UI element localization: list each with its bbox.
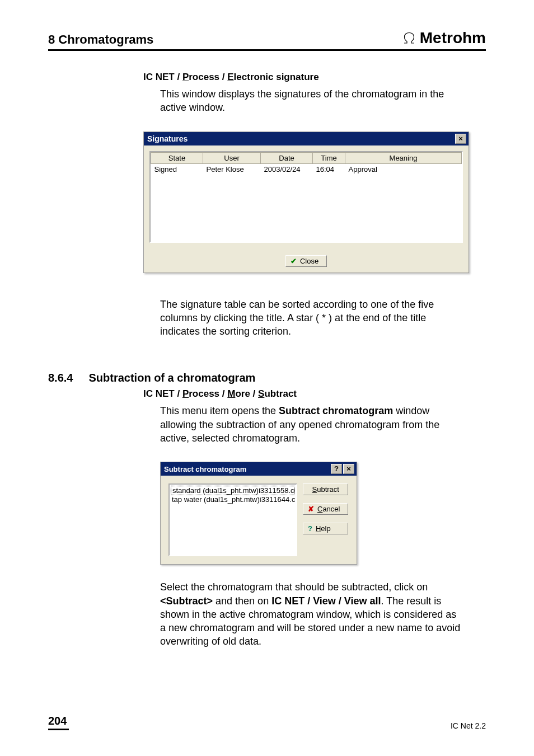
- table-header-row[interactable]: State User Date Time Meaning: [151, 152, 462, 163]
- col-user[interactable]: User: [203, 152, 261, 163]
- chapter-title: 8 Chromatograms: [48, 32, 153, 47]
- sorting-paragraph: The signature table can be sorted accord…: [160, 298, 462, 339]
- window-title: Signatures: [147, 134, 188, 143]
- result-paragraph: Select the chromatogram that should be s…: [160, 580, 462, 648]
- cancel-button[interactable]: ✘ Cancel: [303, 503, 348, 515]
- x-icon: ✘: [308, 505, 314, 513]
- breadcrumb-subtract: IC NET / Process / More / Subtract: [143, 388, 457, 401]
- section-heading: 8.6.4 Subtraction of a chromatogram: [48, 372, 486, 384]
- close-button[interactable]: ✔ Close: [285, 255, 327, 267]
- subtract-button[interactable]: Subtract: [303, 483, 348, 495]
- close-icon[interactable]: ×: [455, 134, 466, 144]
- intro-text: This window displays the signatures of t…: [160, 87, 457, 115]
- col-date[interactable]: Date: [261, 152, 313, 163]
- table-row[interactable]: Signed Peter Klose 2003/02/24 16:04 Appr…: [151, 163, 462, 175]
- signatures-table: State User Date Time Meaning Signed Pete…: [149, 151, 463, 243]
- product-name: IC Net 2.2: [451, 721, 486, 730]
- signatures-titlebar[interactable]: Signatures ×: [144, 132, 469, 145]
- signatures-window: Signatures × State User Date Time Meanin…: [143, 132, 469, 273]
- question-icon: ?: [308, 524, 312, 533]
- page-number: 204: [48, 715, 69, 730]
- page-header: 8 Chromatograms Metrohm: [48, 29, 486, 51]
- subtract-intro: This menu item opens the Subtract chroma…: [160, 404, 457, 445]
- close-icon[interactable]: ×: [343, 464, 354, 474]
- page-footer: 204 IC Net 2.2: [48, 715, 486, 730]
- chromatogram-list[interactable]: standard (dual1s_pht.mtw)i3311558.c tap …: [168, 483, 297, 556]
- col-time[interactable]: Time: [313, 152, 345, 163]
- window-title: Subtract chromatogram: [164, 465, 246, 473]
- breadcrumb-signatures: IC NET / Process / Electronic signature: [143, 71, 457, 84]
- list-item[interactable]: tap water (dual1s_pht.mtw)i3311644.c: [171, 495, 295, 504]
- brand-logo: Metrohm: [402, 29, 486, 47]
- col-meaning[interactable]: Meaning: [345, 152, 462, 163]
- section-title: Subtraction of a chromatogram: [88, 372, 255, 384]
- brand-text: Metrohm: [420, 29, 486, 47]
- col-state[interactable]: State: [151, 152, 203, 163]
- help-icon[interactable]: ?: [331, 464, 342, 474]
- list-item[interactable]: standard (dual1s_pht.mtw)i3311558.c: [171, 486, 295, 495]
- help-button[interactable]: ? Help: [303, 523, 348, 534]
- section-number: 8.6.4: [48, 372, 73, 384]
- check-icon: ✔: [291, 257, 297, 265]
- subtract-titlebar[interactable]: Subtract chromatogram ? ×: [161, 462, 357, 476]
- subtract-window: Subtract chromatogram ? × standard (dual…: [160, 462, 357, 565]
- omega-icon: [402, 32, 416, 44]
